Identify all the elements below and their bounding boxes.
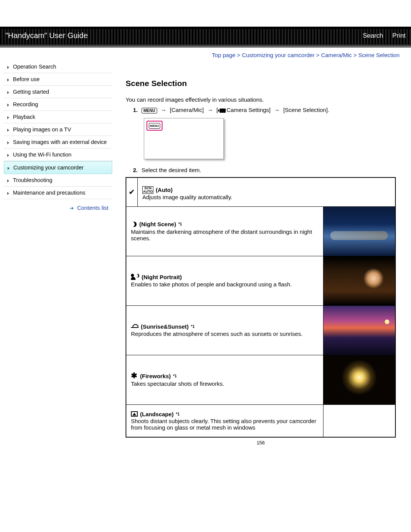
main-content: Scene Selection You can record images ef… xyxy=(112,58,407,446)
scene-desc: Shoots distant subjects clearly. This se… xyxy=(131,418,319,431)
scene-cell: (Landscape)*1Shoots distant subjects cle… xyxy=(126,404,323,437)
scene-table: ✔SCNAUTO (Auto)Adjusts image quality aut… xyxy=(126,177,396,438)
scene-cell: (Night Scene)*1Maintains the darkening a… xyxy=(126,206,323,256)
table-row: (Night Scene)*1Maintains the darkening a… xyxy=(126,206,395,256)
auto-icon: SCNAUTO xyxy=(142,186,153,194)
scene-desc: Adjusts image quality automatically. xyxy=(142,194,390,200)
scene-name: (Fireworks) xyxy=(140,373,171,379)
step-path-1: [Camera/Mic] xyxy=(170,107,204,113)
scene-cell: SCNAUTO (Auto)Adjusts image quality auto… xyxy=(138,177,396,207)
sample-image-graphic xyxy=(323,207,395,256)
sidebar-item[interactable]: Playback xyxy=(4,111,112,123)
header-actions: Search Print xyxy=(363,32,406,40)
sample-image xyxy=(323,206,395,256)
sample-image-graphic xyxy=(323,355,395,404)
contents-list-link[interactable]: Contents list xyxy=(77,204,108,211)
arrow-right-icon: → xyxy=(274,107,280,113)
scene-name: (Auto) xyxy=(156,187,172,193)
sidebar-item[interactable]: Saving images with an external device xyxy=(4,136,112,149)
sidebar-item[interactable]: Using the Wi-Fi function xyxy=(4,149,112,161)
scene-cell: (Fireworks)*1Takes spectacular shots of … xyxy=(126,355,323,404)
sample-image-graphic xyxy=(323,256,395,305)
print-link[interactable]: Print xyxy=(392,32,406,40)
page-number: 156 xyxy=(126,440,396,446)
scene-name: (Landscape) xyxy=(140,411,174,417)
footnote-ref: *1 xyxy=(178,222,182,226)
step-number: 1. xyxy=(131,107,138,113)
sidebar-item[interactable]: Playing images on a TV xyxy=(4,123,112,136)
moon-icon xyxy=(131,221,137,227)
app-title: "Handycam" User Guide xyxy=(5,31,88,40)
sidebar-item[interactable]: Getting started xyxy=(4,86,112,98)
scene-cell: (Sunrise&Sunset)*1Reproduces the atmosph… xyxy=(126,305,323,355)
menu-icon: MENU xyxy=(142,108,157,113)
footnote-ref: *1 xyxy=(176,412,179,416)
sidebar-item[interactable]: Troubleshooting xyxy=(4,174,112,187)
footnote-ref: *1 xyxy=(173,374,177,378)
arrow-right-icon: ➔ xyxy=(70,205,74,211)
sidebar-item[interactable]: Before use xyxy=(4,73,112,86)
scene-name: (Sunrise&Sunset) xyxy=(141,323,189,330)
sunrise-sunset-icon xyxy=(131,324,139,329)
check-icon: ✔ xyxy=(126,177,138,207)
search-link[interactable]: Search xyxy=(363,32,383,40)
step-1: 1. MENU → [Camera/Mic] → [ Camera Settin… xyxy=(126,107,396,113)
arrow-right-icon: → xyxy=(207,107,213,113)
scene-name: (Night Scene) xyxy=(139,221,176,227)
scene-desc: Reproduces the atmosphere of scenes such… xyxy=(131,331,319,337)
step-text: Select the desired item. xyxy=(142,167,201,173)
contents-list-row: ➔ Contents list xyxy=(4,199,112,211)
page-title: Scene Selection xyxy=(126,79,396,88)
table-row: (Landscape)*1Shoots distant subjects cle… xyxy=(126,404,395,437)
table-row: (Sunrise&Sunset)*1Reproduces the atmosph… xyxy=(126,305,395,355)
sample-image xyxy=(323,355,395,404)
intro-text: You can record images effectively in var… xyxy=(126,96,396,103)
arrow-right-icon: → xyxy=(161,107,166,113)
step-number: 2. xyxy=(131,167,138,173)
night-portrait-icon xyxy=(131,274,139,280)
scene-desc: Takes spectacular shots of fireworks. xyxy=(131,380,319,387)
scene-name: (Night Portrait) xyxy=(142,274,182,280)
table-row: ✔SCNAUTO (Auto)Adjusts image quality aut… xyxy=(126,177,395,207)
menu-highlight: MENU xyxy=(147,121,162,131)
sample-image xyxy=(323,256,395,305)
camera-icon xyxy=(220,109,226,113)
step-2: 2. Select the desired item. xyxy=(126,167,396,173)
step-path-3: [Scene Selection]. xyxy=(283,107,329,113)
sample-image xyxy=(323,305,395,355)
table-row: (Fireworks)*1Takes spectacular shots of … xyxy=(126,355,395,404)
sidebar: Operation SearchBefore useGetting starte… xyxy=(4,61,112,446)
sidebar-item[interactable]: Maintenance and precautions xyxy=(4,187,112,199)
step-path-2: Camera Settings] xyxy=(226,107,271,113)
table-row: (Night Portrait)Enables to take photos o… xyxy=(126,256,395,305)
scene-desc: Enables to take photos of people and bac… xyxy=(131,281,319,288)
scene-desc: Maintains the darkening atmosphere of th… xyxy=(131,228,319,241)
scene-cell: (Night Portrait)Enables to take photos o… xyxy=(126,256,323,305)
footnote-ref: *1 xyxy=(191,324,194,329)
menu-icon: MENU xyxy=(149,123,160,129)
landscape-icon xyxy=(131,411,138,417)
fireworks-icon xyxy=(131,372,138,379)
sidebar-item[interactable]: Recording xyxy=(4,98,112,111)
sidebar-item[interactable]: Customizing your camcorder xyxy=(4,161,112,174)
sidebar-item[interactable]: Operation Search xyxy=(4,61,112,73)
screen-illustration: MENU xyxy=(144,118,224,159)
header-bar: "Handycam" User Guide Search Print xyxy=(0,27,411,46)
sample-image-graphic xyxy=(323,306,395,355)
